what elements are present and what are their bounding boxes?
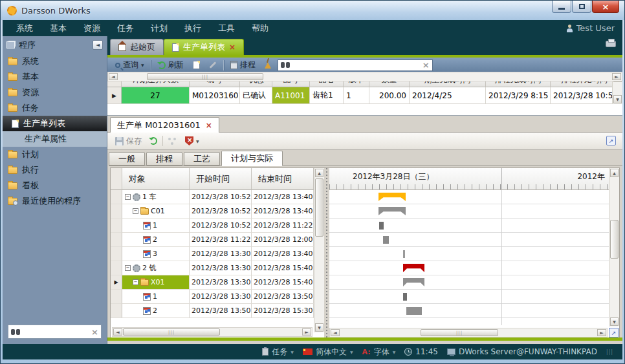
- tree-row-task[interactable]: 1 2012/3/28 13:30 2012/3/28 13:50: [111, 290, 314, 304]
- tab-process[interactable]: 工艺: [184, 152, 220, 166]
- status-task-dropdown[interactable]: 任务 ▼: [262, 347, 294, 358]
- scroll-right-icon[interactable]: ►: [302, 328, 311, 336]
- clear-search-icon[interactable]: ×: [91, 328, 98, 336]
- splitter-handle[interactable]: [324, 168, 329, 338]
- sidebar-item-production-order-list[interactable]: 生产单列表: [3, 116, 107, 131]
- tab-plan-vs-actual[interactable]: 计划与实际: [221, 151, 283, 166]
- scroll-thumb[interactable]: [610, 220, 619, 259]
- menu-system[interactable]: 系统: [8, 21, 41, 36]
- printer-icon[interactable]: [606, 41, 616, 47]
- save-button[interactable]: 保存: [113, 134, 144, 148]
- new-button[interactable]: [190, 59, 203, 70]
- scroll-thumb[interactable]: [315, 178, 323, 237]
- tab-general[interactable]: 一般: [109, 152, 145, 166]
- sidebar-search-input[interactable]: [23, 327, 89, 336]
- grid-horizontal-scrollbar[interactable]: ◄ ► |||: [107, 72, 622, 81]
- clear-search-icon[interactable]: ×: [422, 61, 430, 69]
- resize-grip[interactable]: |||: [606, 349, 613, 355]
- schedule-button[interactable]: 排程: [228, 58, 258, 72]
- sidebar-item-system[interactable]: 系统: [3, 54, 107, 69]
- menu-execute[interactable]: 执行: [176, 21, 210, 36]
- gantt-summary-bar[interactable]: [378, 207, 406, 215]
- sidebar-item-execute[interactable]: 执行: [3, 162, 107, 178]
- edit-button[interactable]: [206, 63, 219, 67]
- sidebar-collapse-button[interactable]: ◄: [93, 40, 103, 50]
- gantt-task-bar[interactable]: [406, 307, 422, 315]
- scroll-right-icon[interactable]: ►: [597, 329, 606, 336]
- scroll-up-icon[interactable]: ▲: [315, 169, 323, 177]
- gantt-task-bar[interactable]: [379, 222, 384, 230]
- clean-button[interactable]: [262, 61, 274, 70]
- tree-row-c01[interactable]: −C01 2012/3/28 10:52 2012/3/28 13:40: [111, 204, 314, 219]
- scroll-thumb[interactable]: |||: [147, 73, 263, 80]
- sidebar-item-basic[interactable]: 基本: [3, 69, 107, 85]
- gantt-vertical-scrollbar[interactable]: ▲ ▼: [609, 168, 619, 327]
- gantt-task-bar[interactable]: [383, 236, 389, 244]
- gantt-summary-bar[interactable]: [378, 193, 406, 201]
- sidebar-item-task[interactable]: 任务: [3, 100, 107, 116]
- close-button[interactable]: ×: [592, 1, 619, 13]
- sidebar-item-kanban[interactable]: 看板: [3, 178, 107, 193]
- menu-help[interactable]: 帮助: [243, 21, 277, 36]
- status-font-dropdown[interactable]: A: 字体 ▼: [362, 347, 396, 358]
- grid-row[interactable]: ▶ 27 M012031601 已确认 A11001 齿轮1 1 200.00 …: [107, 87, 612, 104]
- tab-home[interactable]: 起始页: [110, 39, 164, 55]
- menu-resource[interactable]: 资源: [75, 21, 109, 36]
- col-object[interactable]: 对象: [122, 168, 190, 190]
- tree-row-task[interactable]: 1 2012/3/28 10:52 2012/3/28 11:22: [111, 219, 314, 233]
- col-end-time[interactable]: 结束时间: [252, 168, 314, 190]
- gantt-task-bar[interactable]: [403, 250, 405, 258]
- sidebar-item-resource[interactable]: 资源: [3, 85, 107, 100]
- gantt-summary-bar[interactable]: [403, 264, 424, 272]
- scroll-thumb[interactable]: |||: [421, 329, 498, 336]
- scroll-left-icon[interactable]: ◄: [331, 329, 340, 336]
- collapse-expander-icon[interactable]: −: [133, 279, 138, 285]
- tab-production-order-doc[interactable]: 生产单 M012031601 ×: [110, 117, 219, 133]
- scroll-left-icon[interactable]: ◄: [109, 73, 118, 80]
- tab-schedule[interactable]: 排程: [146, 152, 182, 166]
- grid-search-input[interactable]: [292, 61, 420, 70]
- tree-row-task[interactable]: 2 2012/3/28 11:22 2012/3/28 12:00: [111, 233, 314, 247]
- tree-row-resource-2[interactable]: −2 铣 2012/3/28 13:30 2012/3/28 15:40: [111, 261, 314, 275]
- refresh-button[interactable]: 刷新: [155, 58, 186, 72]
- menu-basic[interactable]: 基本: [41, 21, 75, 36]
- tree-row-resource-1[interactable]: −1 车 2012/3/28 10:52 2012/3/28 13:40: [111, 190, 314, 204]
- scroll-down-icon[interactable]: ▼: [610, 317, 619, 326]
- query-button[interactable]: 查询 ▼: [113, 58, 147, 72]
- user-indicator[interactable]: Test User: [566, 23, 617, 33]
- scroll-right-icon[interactable]: ►: [612, 73, 621, 80]
- scroll-left-icon[interactable]: ◄: [113, 328, 122, 336]
- scroll-thumb[interactable]: |||: [123, 328, 220, 336]
- chevron-down-icon[interactable]: ▼: [141, 63, 144, 67]
- scroll-down-icon[interactable]: ▼: [613, 95, 622, 103]
- maximize-button[interactable]: [572, 1, 591, 13]
- menu-task[interactable]: 任务: [109, 21, 142, 36]
- menu-tools[interactable]: 工具: [210, 21, 243, 36]
- scroll-down-icon[interactable]: ▼: [315, 323, 323, 332]
- scroll-up-icon[interactable]: ▲: [610, 169, 619, 177]
- status-language-dropdown[interactable]: 简体中文 ▼: [303, 347, 353, 358]
- tree-row-x01-selected[interactable]: ▶ −X01 2012/3/28 13:30 2012/3/28 15:40: [111, 275, 314, 290]
- tree-row-task[interactable]: 3 2012/3/28 13:30 2012/3/28 13:40: [111, 247, 314, 261]
- chevron-down-icon[interactable]: ▼: [196, 139, 199, 144]
- tree-horizontal-scrollbar[interactable]: ◄ ► |||: [112, 327, 312, 337]
- col-start-time[interactable]: 开始时间: [190, 168, 252, 190]
- collapse-expander-icon[interactable]: −: [133, 208, 138, 214]
- collapse-expander-icon[interactable]: −: [125, 194, 131, 200]
- gantt-task-bar[interactable]: [403, 293, 407, 301]
- collapse-expander-icon[interactable]: −: [125, 265, 131, 271]
- sidebar-item-plan[interactable]: 计划: [3, 147, 107, 162]
- tab-production-order-list[interactable]: 生产单列表 ×: [164, 39, 244, 55]
- gantt-horizontal-scrollbar[interactable]: ◄ ► |||: [329, 328, 608, 337]
- menu-plan[interactable]: 计划: [142, 21, 176, 36]
- popout-icon[interactable]: ↗: [606, 136, 616, 145]
- sidebar-item-production-order-props[interactable]: 生产单属性: [3, 131, 107, 147]
- minimize-button[interactable]: [552, 1, 571, 13]
- validate-button[interactable]: ▼: [182, 135, 202, 147]
- close-doc-icon[interactable]: ×: [206, 122, 212, 129]
- routing-icon[interactable]: [168, 137, 177, 145]
- tree-row-task[interactable]: 2 2012/3/28 13:50 2012/3/28 15:30: [111, 304, 314, 318]
- gantt-popout-icon[interactable]: ↗: [609, 328, 619, 337]
- gantt-summary-bar[interactable]: [403, 278, 424, 286]
- close-tab-icon[interactable]: ×: [229, 43, 236, 51]
